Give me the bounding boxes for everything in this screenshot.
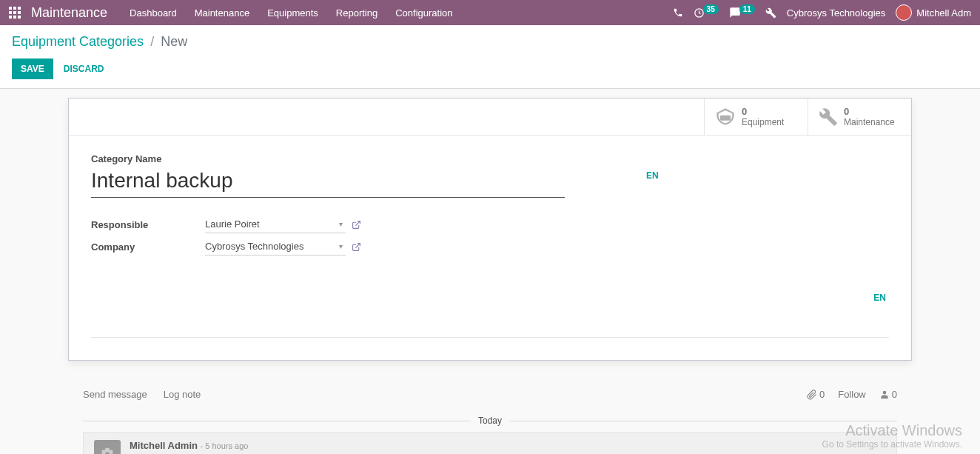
phone-icon[interactable] — [673, 7, 683, 18]
equipment-icon — [715, 107, 736, 127]
app-title[interactable]: Maintenance — [31, 5, 107, 21]
message-time: - 5 hours ago — [201, 441, 249, 450]
svg-rect-2 — [18, 7, 21, 10]
responsible-external-link-icon[interactable] — [352, 220, 361, 230]
apps-icon[interactable] — [9, 7, 21, 19]
responsible-input[interactable] — [205, 216, 336, 233]
svg-rect-10 — [720, 115, 731, 120]
paperclip-icon — [807, 390, 817, 400]
attachments-button[interactable]: 0 — [807, 389, 825, 400]
svg-point-13 — [882, 390, 886, 394]
nav-equipments[interactable]: Equipments — [267, 7, 318, 19]
breadcrumb-separator: / — [150, 34, 154, 49]
translate-button-2[interactable]: EN — [91, 293, 886, 303]
user-avatar — [896, 4, 912, 21]
svg-rect-8 — [18, 16, 21, 19]
svg-rect-0 — [9, 7, 12, 10]
activity-icon[interactable]: 35 — [694, 7, 719, 19]
company-selector[interactable]: Cybrosys Technologies — [787, 7, 885, 19]
stat-maintenance[interactable]: 0 Maintenance — [808, 99, 911, 135]
translate-button[interactable]: EN — [646, 170, 659, 181]
message-item: Mitchell Admin - 5 hours ago Creating a … — [83, 432, 897, 454]
save-button[interactable]: Save — [12, 59, 53, 79]
breadcrumb-current: New — [161, 34, 187, 49]
responsible-dropdown-icon[interactable]: ▾ — [336, 220, 346, 228]
svg-rect-7 — [13, 16, 16, 19]
message-avatar — [94, 440, 121, 454]
responsible-label: Responsible — [91, 219, 205, 230]
company-label: Company — [91, 241, 205, 253]
messages-badge: 11 — [739, 4, 755, 14]
nav-configuration[interactable]: Configuration — [395, 7, 452, 19]
category-name-label: Category Name — [91, 153, 889, 164]
log-note-button[interactable]: Log note — [164, 389, 201, 400]
stat-maintenance-count: 0 — [844, 106, 895, 118]
breadcrumb-parent[interactable]: Equipment Categories — [12, 34, 144, 49]
discard-button[interactable]: Discard — [64, 64, 104, 74]
followers-button[interactable]: 0 — [879, 389, 897, 400]
wrench-icon — [819, 107, 838, 127]
company-external-link-icon[interactable] — [352, 242, 361, 252]
stat-equipment[interactable]: 0 Equipment — [704, 99, 808, 135]
user-name: Mitchell Adm — [916, 7, 971, 19]
svg-rect-6 — [9, 16, 12, 19]
company-dropdown-icon[interactable]: ▾ — [336, 242, 346, 250]
nav-dashboard[interactable]: Dashboard — [130, 7, 177, 19]
debug-icon[interactable] — [765, 7, 776, 19]
svg-line-11 — [355, 221, 360, 225]
date-separator: Today — [471, 415, 509, 426]
user-menu[interactable]: Mitchell Adm — [896, 4, 971, 21]
svg-rect-3 — [9, 11, 12, 14]
messages-icon[interactable]: 11 — [729, 7, 755, 19]
message-author[interactable]: Mitchell Admin — [130, 440, 198, 451]
follow-button[interactable]: Follow — [838, 389, 866, 400]
stat-maintenance-label: Maintenance — [844, 117, 895, 127]
svg-rect-5 — [18, 11, 21, 14]
nav-maintenance[interactable]: Maintenance — [195, 7, 249, 19]
person-icon — [879, 390, 890, 400]
nav-reporting[interactable]: Reporting — [336, 7, 377, 19]
stat-equipment-count: 0 — [742, 106, 784, 118]
followers-count: 0 — [892, 389, 897, 400]
svg-rect-1 — [13, 7, 16, 10]
category-name-input[interactable] — [91, 166, 565, 198]
breadcrumb: Equipment Categories / New — [0, 25, 980, 54]
send-message-button[interactable]: Send message — [83, 389, 147, 400]
svg-line-12 — [355, 243, 360, 247]
svg-rect-16 — [105, 448, 110, 451]
activity-badge: 35 — [703, 4, 719, 14]
company-input[interactable] — [205, 238, 336, 255]
svg-rect-4 — [13, 11, 16, 14]
stat-equipment-label: Equipment — [742, 117, 784, 127]
attachments-count: 0 — [819, 389, 825, 400]
